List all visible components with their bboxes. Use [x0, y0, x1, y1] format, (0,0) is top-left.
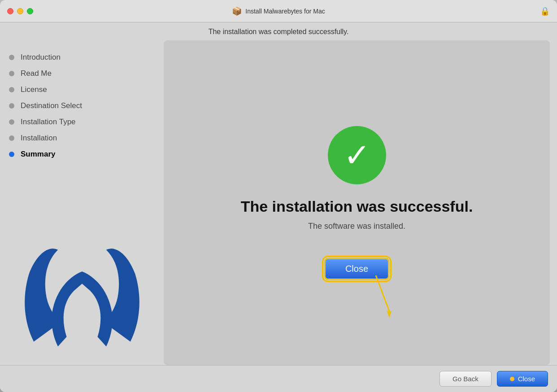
- malwarebytes-logo: [0, 231, 164, 356]
- completion-banner: The installation was completed successfu…: [0, 22, 557, 40]
- main-content: Introduction Read Me License Destination…: [0, 40, 557, 365]
- sidebar-label-destination-select: Destination Select: [21, 101, 82, 110]
- sidebar-item-introduction[interactable]: Introduction: [9, 49, 155, 65]
- sidebar-label-summary: Summary: [21, 150, 55, 159]
- minimize-traffic-light[interactable]: [17, 8, 23, 14]
- content-close-button-wrapper: Close: [324, 258, 389, 280]
- checkmark-icon: ✓: [344, 139, 370, 171]
- malwarebytes-logo-svg: [19, 235, 145, 352]
- close-button-label: Close: [518, 375, 535, 383]
- bottom-bar: Go Back Close: [0, 365, 557, 392]
- close-button[interactable]: Close: [497, 371, 548, 387]
- lock-icon: 🔒: [540, 6, 550, 16]
- sidebar: Introduction Read Me License Destination…: [0, 40, 164, 365]
- success-icon: ✓: [328, 126, 386, 184]
- sidebar-item-installation[interactable]: Installation: [9, 130, 155, 146]
- title-text: Install Malwarebytes for Mac: [245, 8, 325, 15]
- go-back-button[interactable]: Go Back: [440, 371, 492, 387]
- installer-window: 📦 Install Malwarebytes for Mac 🔒 The ins…: [0, 0, 557, 392]
- zoom-traffic-light[interactable]: [27, 8, 33, 14]
- sidebar-items: Introduction Read Me License Destination…: [0, 49, 164, 162]
- close-button-dot: [510, 377, 514, 381]
- sidebar-item-read-me[interactable]: Read Me: [9, 65, 155, 82]
- sidebar-dot-installation: [9, 135, 14, 141]
- sidebar-label-installation: Installation: [21, 134, 57, 143]
- content-area: ✓ The installation was successful. The s…: [164, 40, 550, 365]
- success-title: The installation was successful.: [241, 198, 473, 215]
- close-traffic-light[interactable]: [7, 8, 13, 14]
- sidebar-item-license[interactable]: License: [9, 82, 155, 98]
- traffic-lights: [7, 8, 33, 14]
- svg-line-0: [376, 275, 389, 311]
- sidebar-item-installation-type[interactable]: Installation Type: [9, 114, 155, 130]
- window-title: 📦 Install Malwarebytes for Mac: [232, 6, 325, 16]
- sidebar-item-summary[interactable]: Summary: [9, 146, 155, 162]
- sidebar-dot-introduction: [9, 55, 14, 60]
- success-subtitle: The software was installed.: [308, 222, 405, 231]
- sidebar-label-read-me: Read Me: [21, 69, 52, 78]
- sidebar-label-license: License: [21, 85, 47, 94]
- sidebar-dot-installation-type: [9, 119, 14, 125]
- sidebar-label-installation-type: Installation Type: [21, 118, 76, 126]
- sidebar-dot-read-me: [9, 71, 14, 76]
- sidebar-item-destination-select[interactable]: Destination Select: [9, 98, 155, 114]
- annotation-arrow: [349, 275, 403, 320]
- svg-marker-1: [387, 311, 392, 318]
- sidebar-dot-license: [9, 87, 14, 92]
- completion-text: The installation was completed successfu…: [209, 28, 349, 35]
- sidebar-dot-destination-select: [9, 103, 14, 109]
- title-icon: 📦: [232, 6, 242, 16]
- sidebar-label-introduction: Introduction: [21, 53, 61, 62]
- sidebar-dot-summary: [9, 152, 14, 157]
- title-bar: 📦 Install Malwarebytes for Mac 🔒: [0, 0, 557, 22]
